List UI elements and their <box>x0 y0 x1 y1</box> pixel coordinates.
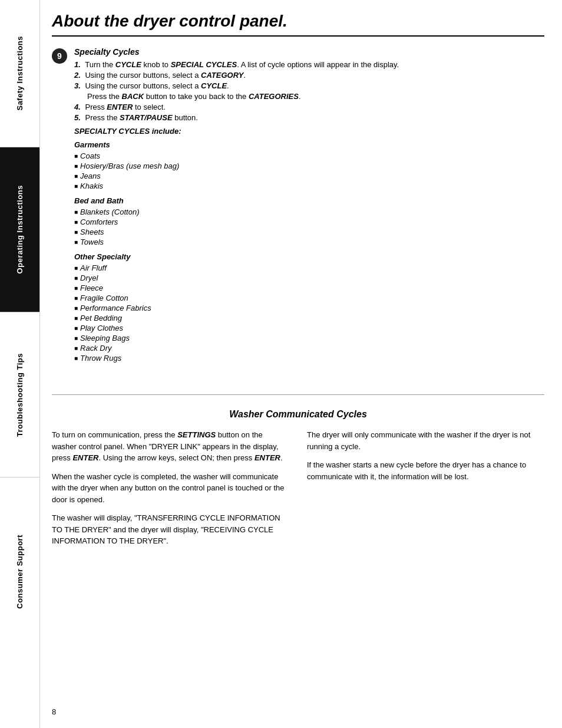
instruction-3b: Press the BACK button to take you back t… <box>74 92 544 101</box>
list-item: Rack Dry <box>74 344 544 353</box>
garments-title: Garments <box>74 140 544 149</box>
list-item: Jeans <box>74 172 544 180</box>
other-specialty-section: Other Specialty Air Fluff Dryel Fleece F… <box>74 252 544 363</box>
list-item: Sleeping Bags <box>74 334 544 342</box>
specialty-content: Specialty Cycles 1. Turn the CYCLE knob … <box>74 47 544 368</box>
sidebar-label-safety: Safety Instructions <box>15 36 24 111</box>
instruction-3: 3. Using the cursor buttons, select a CY… <box>74 81 544 90</box>
list-item: Towels <box>74 238 544 246</box>
main-content: About the dryer control panel. 9 Special… <box>40 0 562 728</box>
bed-bath-section: Bed and Bath Blankets (Cotton) Comforter… <box>74 196 544 246</box>
washer-col-left: To turn on communication, press the SETT… <box>52 429 289 554</box>
washer-para-4: The dryer will only communicate with the… <box>307 429 544 452</box>
washer-para-5: If the washer starts a new cycle before … <box>307 459 544 482</box>
list-item: Dryel <box>74 274 544 282</box>
washer-col-right: The dryer will only communicate with the… <box>307 429 544 554</box>
garments-section: Garments Coats Hosiery/Bras (use mesh ba… <box>74 140 544 190</box>
sidebar-label-operating: Operating Instructions <box>15 185 24 274</box>
instruction-5: 5. Press the START/PAUSE button. <box>74 113 544 122</box>
sidebar-section-troubleshooting: Troubleshooting Tips <box>0 312 39 477</box>
list-item: Throw Rugs <box>74 354 544 363</box>
instructions-list: 1. Turn the CYCLE knob to SPECIAL CYCLES… <box>74 60 544 122</box>
instruction-4: 4. Press ENTER to select. <box>74 103 544 111</box>
section-divider <box>52 394 544 395</box>
sidebar-label-troubleshooting: Troubleshooting Tips <box>15 353 24 437</box>
sidebar-label-consumer: Consumer Support <box>15 535 24 609</box>
list-item: Khakis <box>74 182 544 190</box>
list-item: Hosiery/Bras (use mesh bag) <box>74 162 544 170</box>
section-badge: 9 <box>52 48 67 64</box>
washer-section: Washer Communicated Cycles To turn on co… <box>52 409 544 554</box>
sidebar-section-operating: Operating Instructions <box>0 147 39 312</box>
list-item: Comforters <box>74 218 544 226</box>
sidebar-section-consumer: Consumer Support <box>0 477 39 666</box>
garments-list: Coats Hosiery/Bras (use mesh bag) Jeans … <box>74 151 544 190</box>
washer-para-2: When the washer cycle is completed, the … <box>52 471 289 506</box>
specialty-cycles-section: 9 Specialty Cycles 1. Turn the CYCLE kno… <box>52 47 544 368</box>
bed-bath-list: Blankets (Cotton) Comforters Sheets Towe… <box>74 207 544 246</box>
instruction-1: 1. Turn the CYCLE knob to SPECIAL CYCLES… <box>74 60 544 69</box>
list-item: Sheets <box>74 228 544 236</box>
sidebar-section-safety: Safety Instructions <box>0 0 39 147</box>
bed-bath-title: Bed and Bath <box>74 196 544 205</box>
list-item: Blankets (Cotton) <box>74 207 544 216</box>
list-item: Pet Bedding <box>74 314 544 322</box>
specialty-cycles-label: SPECIALTY CYCLES include: <box>74 127 544 136</box>
list-item: Coats <box>74 151 544 160</box>
washer-para-1: To turn on communication, press the SETT… <box>52 429 289 464</box>
list-item: Air Fluff <box>74 263 544 272</box>
washer-title: Washer Communicated Cycles <box>52 409 544 420</box>
list-item: Performance Fabrics <box>74 304 544 312</box>
specialty-title: Specialty Cycles <box>74 47 544 57</box>
sidebar: Safety Instructions Operating Instructio… <box>0 0 40 728</box>
other-specialty-title: Other Specialty <box>74 252 544 261</box>
instruction-2: 2. Using the cursor buttons, select a CA… <box>74 71 544 80</box>
washer-columns: To turn on communication, press the SETT… <box>52 429 544 554</box>
washer-para-3: The washer will display, "TRANSFERRING C… <box>52 512 289 547</box>
page-number: 8 <box>52 696 544 716</box>
list-item: Fleece <box>74 284 544 292</box>
other-specialty-list: Air Fluff Dryel Fleece Fragile Cotton Pe… <box>74 263 544 363</box>
list-item: Fragile Cotton <box>74 294 544 302</box>
page-title: About the dryer control panel. <box>52 12 544 37</box>
list-item: Play Clothes <box>74 324 544 332</box>
